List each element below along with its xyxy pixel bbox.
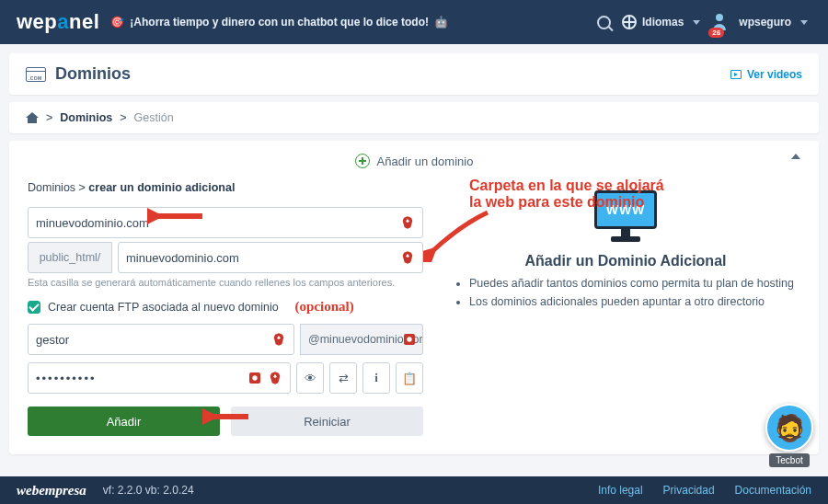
form-column: Dominios > crear un dominio adicional mi… [28, 181, 423, 436]
add-button[interactable]: Añadir [28, 407, 220, 436]
user-menu[interactable]: 26 wpseguro [706, 10, 813, 34]
svg-point-1 [407, 337, 411, 341]
info-icon: i [374, 371, 378, 385]
ftp-domain-suffix: @minuevodominio.com [300, 324, 423, 355]
search-icon [597, 16, 611, 29]
promo-text: ¡Ahorra tiempo y dinero con un chatbot q… [130, 16, 429, 29]
reset-button[interactable]: Reiniciar [231, 407, 423, 436]
breadcrumb-sep: > [46, 111, 52, 124]
optional-annotation: (opcional) [295, 299, 354, 315]
path-input[interactable]: minuevodominio.com [118, 242, 423, 273]
ftp-user-value: gestor [36, 333, 69, 347]
copy-button[interactable]: 📋 [396, 362, 423, 394]
path-prefix-text: public_html/ [40, 251, 101, 264]
www-label: WWW [594, 190, 657, 229]
form-bc-b: crear un dominio adicional [88, 181, 235, 194]
chevron-down-icon [800, 20, 808, 25]
section-title: Añadir un dominio [28, 154, 800, 168]
footer-link-docs[interactable]: Documentación [735, 484, 811, 497]
robot-icon: 🤖 [434, 16, 448, 29]
footer-version: vf: 2.2.0 vb: 2.0.24 [103, 484, 194, 497]
main-panel: Añadir un dominio Dominios > crear un do… [9, 141, 819, 454]
footer-brand[interactable]: webempresa [17, 483, 86, 498]
globe-icon [622, 15, 637, 29]
home-icon[interactable] [26, 112, 39, 123]
ftp-checkbox-label: Crear cuenta FTP asociada al nuevo domin… [48, 301, 279, 314]
footer-link-legal[interactable]: Info legal [598, 484, 643, 497]
collapse-toggle[interactable] [791, 154, 800, 159]
search-button[interactable] [592, 10, 616, 34]
language-label: Idiomas [642, 16, 684, 29]
info-list: Puedes añadir tantos dominios como permi… [451, 277, 800, 308]
logo-text2: nel [69, 10, 99, 33]
ftp-checkbox[interactable] [28, 301, 40, 314]
domain-input[interactable]: minuevodominio.com [28, 207, 423, 238]
breadcrumb-current: Gestión [134, 111, 174, 124]
path-hint: Esta casilla se generará automáticamente… [28, 277, 423, 288]
promo-banner[interactable]: 🎯 ¡Ahorra tiempo y dinero con un chatbot… [110, 16, 448, 29]
plus-circle-icon [355, 154, 370, 168]
tecbot-widget[interactable]: 🧔 Tecbot [765, 404, 813, 467]
info-item: Los dominios adicionales pueden apuntar … [469, 295, 800, 308]
svg-point-3 [252, 375, 257, 380]
brave-shield-icon [400, 250, 415, 265]
breadcrumb: > Dominios > Gestión [9, 102, 819, 133]
footer-link-privacy[interactable]: Privacidad [663, 484, 715, 497]
brave-shield-icon [271, 332, 286, 347]
ver-videos-link[interactable]: Ver videos [730, 68, 802, 81]
section-title-text: Añadir un dominio [377, 155, 474, 168]
tecbot-label: Tecbot [769, 453, 809, 467]
footer: webempresa vf: 2.2.0 vb: 2.0.24 Info leg… [0, 476, 828, 504]
brave-key-icon [402, 332, 417, 347]
www-monitor-icon: WWW [589, 187, 662, 242]
info-item: Puedes añadir tantos dominios como permi… [469, 277, 800, 290]
generate-password-button[interactable]: ⇄ [329, 362, 357, 394]
password-value: •••••••••• [36, 372, 97, 385]
show-password-button[interactable]: 👁 [296, 362, 324, 394]
language-menu[interactable]: Idiomas [616, 11, 706, 33]
form-breadcrumb: Dominios > crear un dominio adicional [28, 181, 423, 194]
app-header: wepanel 🎯 ¡Ahorra tiempo y dinero con un… [0, 0, 828, 44]
info-button[interactable]: i [362, 362, 390, 394]
path-prefix: public_html/ [28, 242, 112, 273]
user-label: wpseguro [739, 16, 791, 29]
domain-icon [26, 67, 46, 82]
video-icon [730, 70, 742, 79]
shuffle-icon: ⇄ [339, 372, 349, 385]
page-title: Dominios [26, 64, 131, 84]
form-bc-a: Dominios [28, 181, 75, 194]
info-column: WWW Añadir un Dominio Adicional Puedes a… [451, 181, 800, 436]
brave-shield-icon [400, 215, 415, 230]
breadcrumb-dominios[interactable]: Dominios [60, 111, 112, 124]
ver-videos-label: Ver videos [747, 68, 802, 81]
tecbot-avatar: 🧔 [765, 404, 813, 452]
logo-text: wep [17, 10, 57, 33]
clipboard-icon: 📋 [402, 372, 417, 385]
target-icon: 🎯 [110, 16, 124, 29]
logo[interactable]: wepanel [17, 10, 99, 34]
path-value: minuevodominio.com [126, 251, 239, 265]
page-title-text: Dominios [55, 64, 131, 84]
password-input[interactable]: •••••••••• [28, 362, 291, 394]
breadcrumb-sep: > [120, 111, 126, 124]
brave-shield-icon [268, 371, 282, 385]
chevron-down-icon [693, 20, 700, 25]
domain-value: minuevodominio.com [36, 216, 149, 230]
brave-key-icon [247, 371, 262, 385]
eye-icon: 👁 [305, 372, 316, 385]
logo-accent: a [57, 10, 69, 33]
notification-badge: 26 [708, 28, 724, 38]
page-header-card: Dominios Ver videos [9, 53, 819, 95]
ftp-user-input[interactable]: gestor [28, 324, 294, 355]
info-title: Añadir un Dominio Adicional [451, 253, 800, 269]
ftp-checkbox-row: Crear cuenta FTP asociada al nuevo domin… [28, 299, 423, 315]
